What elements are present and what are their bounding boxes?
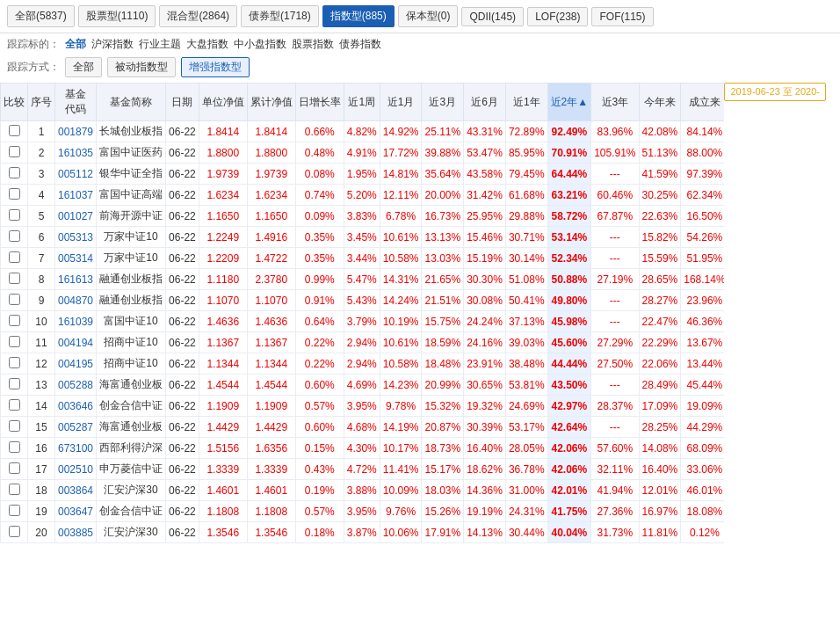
row-checkbox[interactable] (9, 167, 20, 178)
fund-code-link[interactable]: 005288 (58, 379, 93, 391)
table-cell[interactable]: 003885 (55, 522, 97, 543)
table-cell[interactable]: 001879 (55, 121, 97, 142)
table-cell: 33.06% (681, 459, 725, 480)
fund-code-link[interactable]: 004194 (58, 337, 93, 349)
row-checkbox[interactable] (9, 378, 20, 389)
table-cell[interactable]: 005314 (55, 248, 97, 269)
fund-code-link[interactable]: 005112 (58, 168, 93, 180)
top-tab-LOF238[interactable]: LOF(238) (527, 7, 588, 26)
fund-code-link[interactable]: 161035 (58, 147, 93, 159)
table-cell[interactable]: 005287 (55, 417, 97, 438)
top-tab-QDII145[interactable]: QDII(145) (461, 7, 524, 26)
fund-code-link[interactable]: 005313 (58, 231, 93, 244)
row-checkbox[interactable] (9, 251, 20, 263)
table-cell[interactable]: 673100 (55, 438, 97, 459)
row-checkbox[interactable] (9, 399, 20, 411)
filter-method-全部[interactable]: 全部 (65, 57, 102, 77)
row-checkbox[interactable] (9, 294, 20, 305)
row-checkbox[interactable] (9, 315, 20, 326)
table-cell[interactable]: 002510 (55, 459, 97, 480)
row-checkbox[interactable] (9, 188, 20, 200)
row-checkbox[interactable] (9, 230, 20, 242)
row-checkbox[interactable] (9, 526, 20, 537)
row-checkbox[interactable] (9, 462, 20, 474)
fund-code-link[interactable]: 005314 (58, 252, 93, 265)
fund-code-link[interactable]: 004870 (58, 295, 93, 307)
table-cell[interactable]: 005112 (55, 164, 97, 185)
fund-code-link[interactable]: 161039 (58, 316, 93, 328)
top-tab-1110[interactable]: 股票型(1110) (78, 5, 156, 27)
top-tab-1718[interactable]: 债券型(1718) (241, 5, 319, 27)
table-cell: 79.45% (505, 164, 547, 185)
fund-code-link[interactable]: 001879 (58, 126, 93, 138)
table-row: 9004870融通创业板指06-221.10701.10700.91%5.43%… (1, 290, 725, 311)
row-checkbox[interactable] (9, 273, 20, 284)
table-cell[interactable]: 161613 (55, 269, 97, 290)
table-cell[interactable]: 161039 (55, 311, 97, 332)
table-cell[interactable]: 005313 (55, 227, 97, 248)
filter-target-债券指数[interactable]: 债券指数 (339, 37, 381, 52)
fund-code-link[interactable]: 003885 (58, 527, 93, 539)
table-cell: 16.97% (639, 501, 681, 522)
table-cell: 58.72% (547, 206, 591, 227)
fund-code-link[interactable]: 161037 (58, 189, 93, 201)
filter-method-被动指数型[interactable]: 被动指数型 (107, 57, 176, 77)
table-cell[interactable]: 003647 (55, 501, 97, 522)
th-daygrow: 日增长率 (295, 84, 344, 121)
table-cell: 57.60% (591, 438, 639, 459)
table-cell: --- (591, 375, 639, 396)
table-cell: 30.14% (505, 248, 547, 269)
fund-code-link[interactable]: 004195 (58, 358, 93, 370)
filter-method-增强指数型[interactable]: 增强指数型 (181, 57, 250, 77)
table-cell[interactable]: 005288 (55, 375, 97, 396)
table-cell: 27.50% (591, 353, 639, 375)
table-cell[interactable]: 003864 (55, 480, 97, 501)
row-checkbox-cell (1, 142, 28, 164)
row-checkbox[interactable] (9, 357, 20, 368)
fund-code-link[interactable]: 161613 (58, 273, 93, 286)
row-checkbox[interactable] (9, 146, 20, 157)
row-checkbox[interactable] (9, 484, 20, 495)
table-cell: 15.17% (422, 459, 464, 480)
row-checkbox[interactable] (9, 505, 20, 516)
table-cell[interactable]: 161035 (55, 142, 97, 164)
top-tab-FOF115[interactable]: FOF(115) (591, 7, 653, 26)
filter-target-行业主题[interactable]: 行业主题 (139, 37, 181, 52)
th-y2[interactable]: 近2年▲ (547, 84, 591, 121)
top-tab-0[interactable]: 保本型(0) (398, 5, 459, 27)
row-checkbox[interactable] (9, 209, 20, 221)
top-tab-885[interactable]: 指数型(885) (322, 5, 395, 27)
table-cell: 18.59% (422, 332, 464, 353)
fund-code-link[interactable]: 003864 (58, 484, 93, 497)
table-cell: 15.75% (422, 311, 464, 332)
fund-code-link[interactable]: 003646 (58, 400, 93, 412)
row-checkbox[interactable] (9, 336, 20, 347)
row-checkbox[interactable] (9, 125, 20, 136)
filter-target-大盘指数[interactable]: 大盘指数 (186, 37, 228, 52)
row-checkbox[interactable] (9, 441, 20, 453)
fund-code-link[interactable]: 003647 (58, 506, 93, 518)
filter-target-全部[interactable]: 全部 (65, 37, 86, 52)
fund-code-link[interactable]: 002510 (58, 463, 93, 476)
table-cell[interactable]: 161037 (55, 185, 97, 206)
table-cell: 1.1909 (247, 396, 295, 417)
fund-code-link[interactable]: 005287 (58, 421, 93, 433)
table-cell: 12 (28, 353, 55, 375)
top-tab-5837[interactable]: 全部(5837) (7, 5, 75, 27)
filter-target-沪深指数[interactable]: 沪深指数 (91, 37, 134, 52)
table-cell: 19.32% (464, 396, 506, 417)
table-cell: 4.91% (344, 142, 380, 164)
fund-code-link[interactable]: 673100 (58, 442, 93, 455)
fund-code-link[interactable]: 001027 (58, 210, 93, 222)
table-cell[interactable]: 004194 (55, 332, 97, 353)
table-cell: 22.47% (639, 311, 681, 332)
top-tab-2864[interactable]: 混合型(2864) (159, 5, 237, 27)
table-cell[interactable]: 004870 (55, 290, 97, 311)
table-cell: 14 (28, 396, 55, 417)
filter-target-中小盘指数[interactable]: 中小盘指数 (234, 37, 286, 52)
row-checkbox[interactable] (9, 420, 20, 432)
table-cell[interactable]: 004195 (55, 353, 97, 375)
table-cell[interactable]: 003646 (55, 396, 97, 417)
table-cell[interactable]: 001027 (55, 206, 97, 227)
filter-target-股票指数[interactable]: 股票指数 (292, 37, 334, 52)
